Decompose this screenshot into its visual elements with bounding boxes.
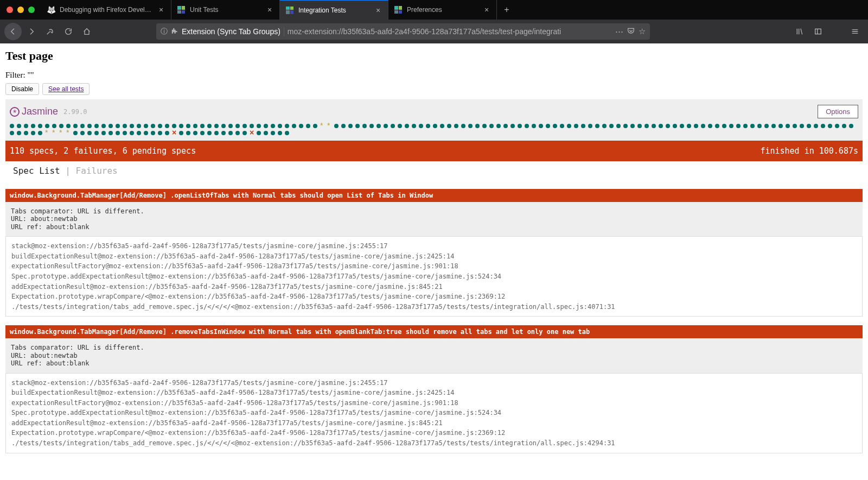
spec-dot-pass[interactable] [94,131,99,135]
spec-dot-pass[interactable] [285,131,289,135]
spec-dot-pass[interactable] [715,124,719,128]
spec-dot-pass[interactable] [179,131,183,135]
spec-dot-pass[interactable] [278,131,282,135]
spec-dot-pass[interactable] [369,124,374,128]
spec-dot-pass[interactable] [52,124,56,128]
spec-dot-pass[interactable] [172,124,176,128]
window-close-button[interactable] [7,7,13,13]
spec-dot-pass[interactable] [623,124,628,128]
devtools-button[interactable] [41,23,59,40]
url-bar[interactable]: ⓘ Extension (Sync Tab Groups) moz-extens… [156,23,650,40]
spec-dot-pass[interactable] [200,131,205,135]
spec-dot-pass[interactable] [673,124,677,128]
spec-dot-pass[interactable] [419,124,423,128]
spec-dot-pass[interactable] [750,124,755,128]
spec-dot-pass[interactable] [475,124,480,128]
spec-dot-pass[interactable] [447,124,451,128]
spec-dot-fail[interactable] [172,131,176,135]
spec-dot-pass[interactable] [659,124,663,128]
forward-button[interactable] [23,23,40,40]
spec-dot-pass[interactable] [235,131,240,135]
spec-dot-pass[interactable] [454,124,458,128]
spec-dot-pass[interactable] [644,124,649,128]
spec-dot-pass[interactable] [503,124,508,128]
spec-dot-pass[interactable] [264,124,268,128]
spec-dot-pass[interactable] [637,124,642,128]
spec-dot-pass[interactable] [376,124,381,128]
spec-dot-pass[interactable] [257,131,261,135]
spec-dot-pass[interactable] [496,124,501,128]
spec-dot-pass[interactable] [73,124,78,128]
spec-dot-pass[interactable] [666,124,670,128]
spec-dot-pass[interactable] [489,124,494,128]
spec-dot-pass[interactable] [793,124,797,128]
spec-dot-pass[interactable] [94,124,99,128]
spec-dot-pass[interactable] [207,124,212,128]
spec-dot-pass[interactable] [101,131,106,135]
pocket-icon[interactable] [627,27,635,37]
spec-dot-pass[interactable] [271,124,275,128]
browser-tab[interactable]: 🦊Debugging with Firefox Developer T× [41,0,171,20]
spec-dot-pass[interactable] [362,124,367,128]
spec-dot-pass[interactable] [137,124,141,128]
spec-dot-pass[interactable] [87,124,92,128]
spec-dot-pass[interactable] [574,124,578,128]
spec-dot-pass[interactable] [757,124,762,128]
spec-dot-pending[interactable] [52,131,56,135]
spec-dot-pass[interactable] [235,124,240,128]
spec-dot-pass[interactable] [687,124,691,128]
options-button[interactable]: Options [818,105,858,118]
spec-dot-pass[interactable] [348,124,353,128]
spec-dot-pass[interactable] [45,124,49,128]
spec-dot-pass[interactable] [193,124,197,128]
spec-dot-pass[interactable] [299,124,303,128]
spec-dot-pass[interactable] [539,124,543,128]
spec-dot-pass[interactable] [38,131,42,135]
spec-dot-pass[interactable] [553,124,557,128]
spec-dot-pass[interactable] [242,124,247,128]
spec-dot-pass[interactable] [179,124,183,128]
spec-dot-pass[interactable] [59,124,63,128]
close-tab-icon[interactable]: × [374,6,382,15]
spec-dot-pass[interactable] [271,131,275,135]
spec-dot-pass[interactable] [525,124,529,128]
spec-dot-pass[interactable] [38,124,42,128]
spec-dot-pass[interactable] [214,131,219,135]
spec-dot-pass[interactable] [200,124,205,128]
extension-toolbar-icon[interactable] [828,23,845,40]
spec-dot-pass[interactable] [602,124,607,128]
spec-dot-pass[interactable] [567,124,571,128]
spec-dot-pass[interactable] [595,124,599,128]
spec-dot-pass[interactable] [123,124,127,128]
spec-dot-pending[interactable] [59,131,63,135]
browser-tab[interactable]: Unit Tests× [171,0,280,20]
spec-dot-pass[interactable] [355,124,360,128]
spec-dot-pass[interactable] [24,124,28,128]
spec-dot-pass[interactable] [334,124,339,128]
spec-dot-pass[interactable] [151,131,155,135]
reload-button[interactable] [60,23,77,40]
spec-dot-pass[interactable] [588,124,592,128]
spec-dot-pass[interactable] [546,124,550,128]
spec-dot-pass[interactable] [144,131,148,135]
spec-dot-pass[interactable] [137,131,141,135]
close-tab-icon[interactable]: × [482,5,491,14]
spec-dot-pass[interactable] [108,131,113,135]
spec-dot-pass[interactable] [66,124,71,128]
spec-dot-pass[interactable] [842,124,846,128]
failure-title[interactable]: window.Background.TabManager[Add/Remove]… [5,325,863,338]
spec-dot-pass[interactable] [468,124,473,128]
spec-dot-pass[interactable] [242,131,247,135]
spec-dot-pass[interactable] [257,124,261,128]
spec-dot-pass[interactable] [221,124,226,128]
spec-dot-pass[interactable] [405,124,409,128]
spec-dot-pass[interactable] [722,124,726,128]
spec-dot-pass[interactable] [708,124,712,128]
spec-dot-pass[interactable] [165,131,169,135]
spec-list-tab[interactable]: Spec List [13,166,60,176]
window-minimize-button[interactable] [17,7,24,13]
spec-dot-pass[interactable] [101,124,106,128]
spec-dot-pass[interactable] [228,131,233,135]
spec-dot-pass[interactable] [729,124,733,128]
spec-dot-pass[interactable] [285,124,289,128]
